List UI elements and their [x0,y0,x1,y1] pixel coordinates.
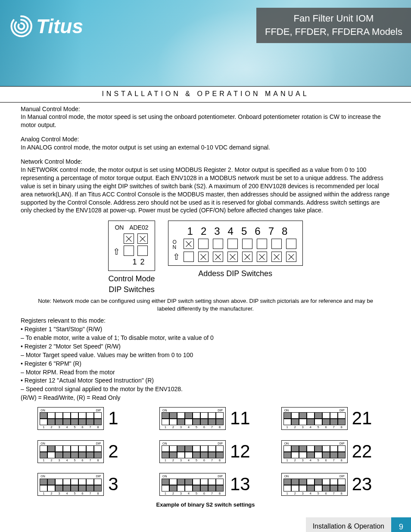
mini-switch [322,452,330,458]
mini-switch [299,445,307,452]
mini-switch [63,479,71,485]
mini-switch [40,452,47,458]
mini-switch [162,452,169,458]
mini-switch [63,419,71,425]
switch-example: ONDIP1234567812 [151,439,260,464]
mini-switch [283,445,291,452]
ade-label: ADE02 [129,224,148,232]
dip-label: DIP [218,442,223,445]
mini-switch [208,445,216,452]
mini-switch [40,412,47,419]
mini-dip-diagram: ONDIP12345678 [281,440,348,463]
switch-example-number: 13 [230,472,252,497]
mini-switch [55,479,63,485]
dip-switch [184,239,194,249]
reg-line: – Motor Target speed value. Values may b… [21,351,390,359]
on-label: ON [162,474,167,478]
mini-col-num: 2 [47,492,55,495]
mini-col-num: 3 [299,458,307,462]
mini-col-num: 1 [40,425,47,429]
mini-col-num: 2 [291,425,299,429]
reg-line: • Register 6 "RPM" (R) [21,360,390,368]
mini-switch [291,479,299,485]
mini-switch [47,445,55,452]
analog-mode-text: In ANALOG control mode, the motor output… [21,143,390,152]
mini-switch [208,485,216,492]
mini-col-num: 4 [185,492,193,495]
on-label: ON [40,442,45,445]
mini-switch [314,412,322,419]
mini-switch [169,485,177,492]
doc-title-box: Fan Filter Unit IOM FFDE, FFDER, FFDERA … [256,8,411,43]
dip-label: DIP [96,474,101,478]
dip-switch [124,233,134,244]
mini-switch [307,419,314,425]
mini-switch [78,412,86,419]
mini-switch [322,445,330,452]
mini-col-num: 6 [200,425,208,429]
dip-label: DIP [218,474,223,478]
mini-dip-diagram: ONDIP12345678 [159,473,226,496]
mini-switch [86,445,94,452]
on-label: ON [284,474,289,478]
dip-switch [198,239,209,249]
reg-line: • Register 2 "Motor Set Speed" (R/W) [21,342,390,351]
mini-col-num: 4 [307,425,314,429]
mini-col-num: 5 [314,458,322,462]
mini-switch [208,479,216,485]
mini-col-num: 7 [330,425,338,429]
mini-switch [55,485,63,492]
dip-switch [184,252,194,262]
mini-col-num: 3 [299,425,307,429]
mini-col-num: 2 [291,492,299,495]
on-n: N [173,245,180,250]
mini-switch [314,445,322,452]
mini-switch [55,452,63,458]
mini-switch [177,445,185,452]
mini-switch [94,485,102,492]
mini-switch [55,412,63,419]
mini-col-num: 3 [299,492,307,495]
switch-example-number: 1 [108,406,130,431]
reg-line: • Register 1 "Start/Stop" (R/W) [21,325,390,333]
mini-switch [86,479,94,485]
mini-switch [322,419,330,425]
content-body: Manual Control Mode: In Manual control m… [0,105,411,509]
switch-example: ONDIP1234567811 [151,406,260,431]
mini-col-num: 5 [71,492,78,495]
mini-switch [283,485,291,492]
addr-col-num: 8 [282,224,287,238]
dip-switch [271,239,282,249]
mini-switch [71,485,78,492]
hero-banner: Titus Fan Filter Unit IOM FFDE, FFDER, F… [0,0,411,86]
mini-switch [283,452,291,458]
mini-switch [86,452,94,458]
divider [0,102,411,103]
mini-switch [291,445,299,452]
mini-switch [71,419,78,425]
dip-switch [198,252,209,262]
mini-col-num: 6 [322,425,330,429]
on-label: ON [162,408,167,412]
mini-switch [86,412,94,419]
mini-col-num: 4 [307,492,314,495]
dip-switch [227,252,238,262]
mini-col-num: 6 [322,458,330,462]
dip-switch [137,246,148,256]
on-label: ON [115,224,124,232]
analog-mode-label: Analog Control Mode: [21,135,390,143]
mini-switch [94,445,102,452]
swirl-icon [9,14,34,39]
mini-col-num: 4 [185,458,193,462]
mini-switch [322,412,330,419]
arrow-up-icon: ⇧ [173,252,180,261]
mini-switch [208,412,216,419]
mini-col-num: 2 [169,458,177,462]
mini-col-num: 5 [193,458,200,462]
mini-col-num: 1 [283,458,291,462]
network-mode-text: In NETWORK control mode, the motor outpu… [21,166,390,215]
mini-switch [185,445,193,452]
mini-switch [216,412,224,419]
mini-switch [177,479,185,485]
reg-intro: Registers relevant to this mode: [21,317,390,325]
